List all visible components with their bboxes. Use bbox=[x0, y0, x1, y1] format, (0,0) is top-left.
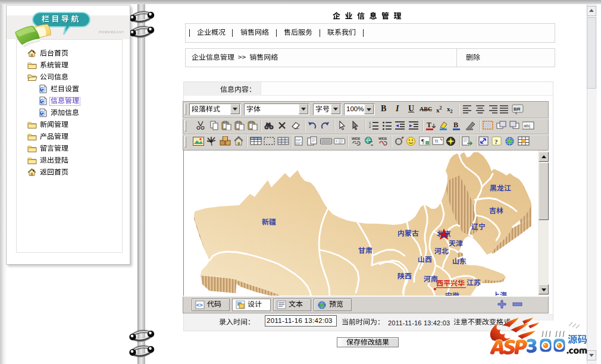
svg-text:?: ? bbox=[494, 138, 498, 145]
svg-text:<>: <> bbox=[196, 302, 203, 308]
svg-text:B: B bbox=[453, 121, 458, 129]
svg-text:BR: BR bbox=[514, 106, 521, 112]
svg-text:WEB: WEB bbox=[378, 137, 387, 140]
svg-text:2: 2 bbox=[369, 125, 371, 128]
svg-text:WEB: WEB bbox=[352, 137, 361, 140]
svg-text:xyz: xyz bbox=[296, 138, 301, 142]
svg-text:¶: ¶ bbox=[421, 137, 424, 145]
svg-text:Ti: Ti bbox=[434, 139, 439, 144]
svg-text:T: T bbox=[427, 121, 431, 129]
svg-text:ab|: ab| bbox=[524, 123, 530, 128]
